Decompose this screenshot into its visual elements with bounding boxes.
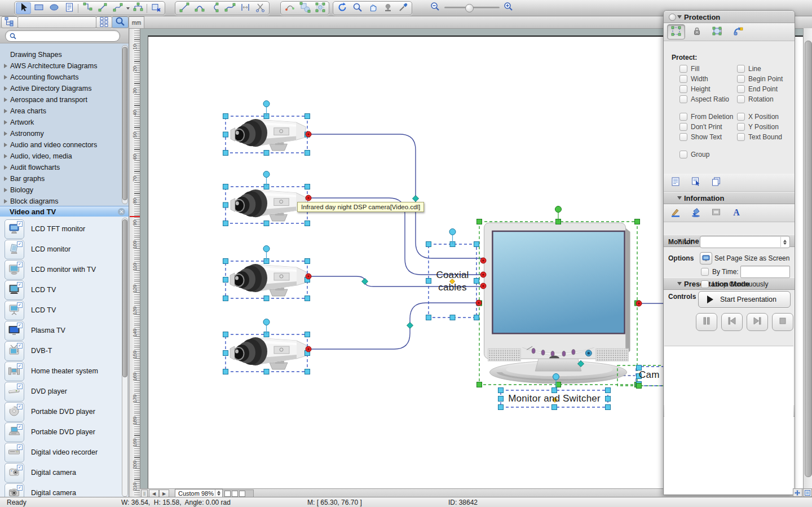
shape-list-scrollbar[interactable] <box>122 218 128 497</box>
library-item[interactable]: Accounting flowcharts <box>0 72 129 83</box>
expand-triangle-icon[interactable] <box>4 177 7 181</box>
shape-thumbnail-cam[interactable]: ✓ <box>5 463 24 483</box>
library-item[interactable]: Drawing Shapes <box>0 49 129 60</box>
shape-thumbnail-tv1[interactable]: ✓ <box>5 280 24 300</box>
checkbox[interactable] <box>679 133 687 141</box>
doc-lines-button[interactable] <box>667 175 684 189</box>
library-item[interactable]: Audit flowcharts <box>0 162 129 173</box>
expand-triangle-icon[interactable] <box>4 109 7 113</box>
monitor-select[interactable] <box>700 236 790 248</box>
expand-triangle-icon[interactable] <box>4 154 7 158</box>
pause-button[interactable] <box>696 313 717 331</box>
library-item[interactable]: AWS Architecture Diagrams <box>0 60 129 72</box>
cursor-button[interactable] <box>16 2 31 14</box>
pan-hand-button[interactable] <box>365 2 380 14</box>
lock-button[interactable] <box>689 25 705 39</box>
group-shapes-button[interactable] <box>297 2 312 14</box>
draw-line-button[interactable] <box>176 2 192 14</box>
connector-curve-button[interactable] <box>110 2 125 14</box>
library-item[interactable]: Audio and video connectors <box>0 139 129 151</box>
checkbox[interactable] <box>679 65 687 73</box>
ink-bucket-button[interactable] <box>687 206 704 220</box>
shape-checkbox[interactable]: ✓ <box>17 404 23 409</box>
library-item[interactable]: Audio, video, media <box>0 151 129 162</box>
zoom-slider-track[interactable] <box>444 7 500 8</box>
doc-copies-button[interactable] <box>708 175 725 189</box>
checkbox[interactable] <box>679 123 687 131</box>
page-tab[interactable] <box>239 491 245 497</box>
text-A-button[interactable]: A <box>728 206 745 220</box>
select-frame-button[interactable] <box>667 24 685 39</box>
shape-thumbnail-laptop[interactable]: ✓ <box>5 422 24 442</box>
shape-checkbox[interactable]: ✓ <box>17 241 23 247</box>
shape-thumbnail-tv2[interactable]: ✓ <box>5 301 24 320</box>
page-overview-icon[interactable] <box>803 488 812 497</box>
checkbox[interactable] <box>737 85 745 93</box>
expand-triangle-icon[interactable] <box>4 98 7 102</box>
bounds-button[interactable] <box>709 25 726 39</box>
fill-swatch-button[interactable] <box>708 206 725 220</box>
library-scrollbar-thumb[interactable] <box>122 47 127 200</box>
checkbox[interactable] <box>737 95 745 103</box>
shape-checkbox[interactable]: ✓ <box>17 383 23 389</box>
zoom-out-icon[interactable] <box>430 1 441 15</box>
close-section-icon[interactable]: ✕ <box>118 208 125 215</box>
distribute-button[interactable] <box>237 2 253 14</box>
shape-checkbox[interactable]: ✓ <box>17 323 23 328</box>
doc-cursor-button[interactable] <box>687 175 704 189</box>
checkbox[interactable] <box>737 123 745 131</box>
connector-tree-button[interactable] <box>130 2 145 14</box>
library-item[interactable]: Active Directory Diagrams <box>0 83 129 94</box>
shape-checkbox[interactable]: ✓ <box>17 282 23 288</box>
expand-triangle-icon[interactable] <box>4 64 7 68</box>
shape-rect-button[interactable] <box>31 2 46 14</box>
stamp-button[interactable] <box>380 2 395 14</box>
shape-thumbnail-lcd[interactable]: ✓ <box>5 240 24 259</box>
library-item[interactable]: Aerospace and transport <box>0 94 129 105</box>
library-search-input[interactable] <box>5 30 120 42</box>
pan-mode-icon[interactable] <box>793 488 802 497</box>
page-tab[interactable] <box>232 491 238 497</box>
by-time-checkbox[interactable] <box>701 268 709 276</box>
panel-close-icon[interactable] <box>669 14 676 21</box>
draw-curve-button[interactable] <box>207 2 222 14</box>
align-shapes-button[interactable] <box>312 2 328 14</box>
zoom-slider[interactable] <box>430 2 514 14</box>
rotate-button[interactable] <box>334 2 350 14</box>
shape-checkbox[interactable]: ✓ <box>17 465 23 470</box>
grid-view-tab[interactable] <box>96 16 112 28</box>
prev-button[interactable] <box>721 313 743 331</box>
expand-triangle-icon[interactable] <box>4 131 7 136</box>
checkbox[interactable] <box>679 85 687 93</box>
zoom-tool-button[interactable] <box>350 2 365 14</box>
expand-triangle-icon[interactable] <box>4 199 7 204</box>
shape-list-scrollbar-thumb[interactable] <box>122 219 127 377</box>
library-item[interactable]: Artwork <box>0 117 129 128</box>
checkbox[interactable] <box>737 133 745 141</box>
text-block-button[interactable] <box>61 2 77 14</box>
skew-arrow-button[interactable] <box>729 25 746 39</box>
checkbox[interactable] <box>679 113 687 121</box>
shape-thumbnail-home[interactable]: ✓ <box>5 361 24 381</box>
section-header-video-and-tv[interactable]: Video and TV ✕ <box>0 206 129 218</box>
library-scrollbar[interactable] <box>122 45 128 204</box>
expand-triangle-icon[interactable] <box>4 120 7 125</box>
checkbox[interactable] <box>679 151 687 158</box>
checkbox[interactable] <box>737 113 745 121</box>
edit-curve-button[interactable] <box>282 2 297 14</box>
loop-checkbox[interactable] <box>701 280 709 288</box>
zoom-in-icon[interactable] <box>503 1 514 15</box>
eyedropper-button[interactable] <box>395 2 411 14</box>
delete-shape-button[interactable] <box>148 2 164 14</box>
checkbox[interactable] <box>737 75 745 83</box>
shape-checkbox[interactable]: ✓ <box>17 424 23 430</box>
label-coaxial-cables[interactable]: Coaxialcables <box>429 269 476 294</box>
draw-bezier-button[interactable] <box>222 2 237 14</box>
set-page-size-button[interactable] <box>700 252 712 264</box>
shape-thumbnail-cam2[interactable]: ✓ <box>5 483 24 497</box>
expand-triangle-icon[interactable] <box>4 143 7 147</box>
library-title-area[interactable] <box>17 16 96 28</box>
connector-line-button[interactable] <box>95 2 110 14</box>
library-item[interactable]: Bar graphs <box>0 173 129 184</box>
library-item[interactable]: Block diagrams <box>0 196 129 207</box>
